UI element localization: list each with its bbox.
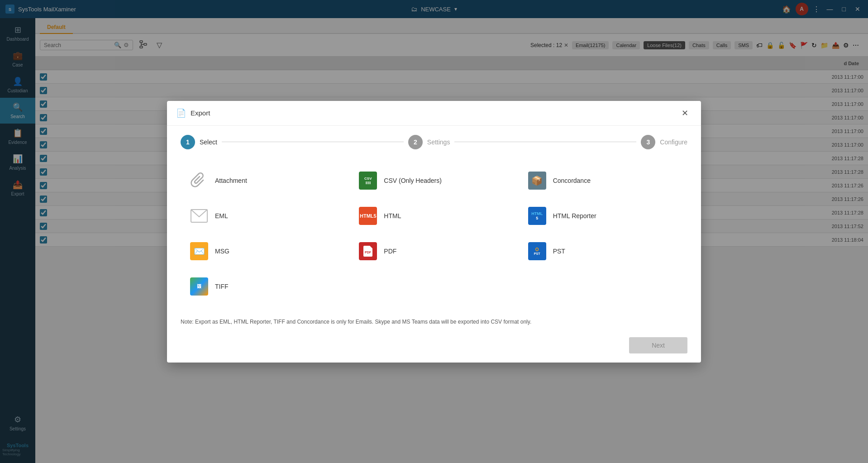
- pst-icon: O PST: [528, 242, 547, 261]
- export-dialog: 📄 Export ✕ 1 Select 2 Settings: [167, 101, 701, 363]
- dialog-header: 📄 Export ✕: [167, 101, 701, 126]
- step-2: 2 Settings: [408, 135, 450, 149]
- eml-icon: [190, 206, 209, 225]
- step-3-label: Configure: [660, 138, 687, 146]
- step-2-number: 2: [408, 135, 423, 149]
- step-line-1: [222, 142, 404, 142]
- step-3: 3 Configure: [641, 135, 687, 149]
- step-1-label: Select: [200, 138, 217, 146]
- step-3-number: 3: [641, 135, 655, 149]
- export-option-eml[interactable]: EML: [181, 198, 349, 234]
- tiff-label: TIFF: [215, 283, 229, 290]
- step-1: 1 Select: [181, 135, 217, 149]
- dialog-title: Export: [191, 109, 210, 117]
- pst-label: PST: [553, 248, 565, 255]
- dialog-note: Note: Export as EML, HTML Reporter, TIFF…: [167, 313, 701, 333]
- export-header-icon: 📄: [176, 108, 186, 118]
- msg-label: MSG: [215, 248, 229, 255]
- stepper: 1 Select 2 Settings 3 Configure: [167, 126, 701, 158]
- step-line-2: [454, 142, 636, 142]
- msg-icon: ✉️: [190, 242, 209, 261]
- pdf-icon: PDF: [358, 242, 377, 261]
- html-label: HTML: [384, 212, 401, 220]
- csv-icon: CSV: [358, 171, 377, 190]
- step-2-label: Settings: [427, 138, 450, 146]
- export-option-concordance[interactable]: 📦 Concordance: [519, 163, 687, 198]
- export-option-html-reporter[interactable]: HTML 5 HTML Reporter: [519, 198, 687, 234]
- dialog-close-button[interactable]: ✕: [678, 107, 692, 119]
- export-option-attachment[interactable]: Attachment: [181, 163, 349, 198]
- step-1-number: 1: [181, 135, 195, 149]
- export-option-pdf[interactable]: PDF PDF: [349, 234, 518, 269]
- tiff-icon: 🖼: [190, 277, 209, 296]
- eml-label: EML: [215, 212, 228, 220]
- export-option-pst[interactable]: O PST PST: [519, 234, 687, 269]
- csv-label: CSV (Only Headers): [384, 177, 442, 184]
- export-option-tiff[interactable]: 🖼 TIFF: [181, 269, 349, 304]
- export-option-csv[interactable]: CSV CSV (Only Headers): [349, 163, 518, 198]
- export-option-html[interactable]: HTML5 HTML: [349, 198, 518, 234]
- attachment-icon: [190, 171, 209, 190]
- export-grid: Attachment CSV CSV (: [181, 163, 687, 304]
- html-reporter-icon: HTML 5: [528, 206, 547, 225]
- export-option-msg[interactable]: ✉️ MSG: [181, 234, 349, 269]
- concordance-label: Concordance: [553, 177, 591, 184]
- next-button[interactable]: Next: [629, 337, 687, 353]
- svg-text:PDF: PDF: [365, 251, 372, 254]
- html-reporter-label: HTML Reporter: [553, 212, 596, 220]
- modal-overlay: 📄 Export ✕ 1 Select 2 Settings: [0, 0, 868, 463]
- pdf-label: PDF: [384, 248, 396, 255]
- html-icon: HTML5: [358, 206, 377, 225]
- export-options-body: Attachment CSV CSV (: [167, 158, 701, 313]
- attachment-label: Attachment: [215, 177, 247, 184]
- dialog-footer: Next: [167, 333, 701, 363]
- concordance-icon: 📦: [528, 171, 547, 190]
